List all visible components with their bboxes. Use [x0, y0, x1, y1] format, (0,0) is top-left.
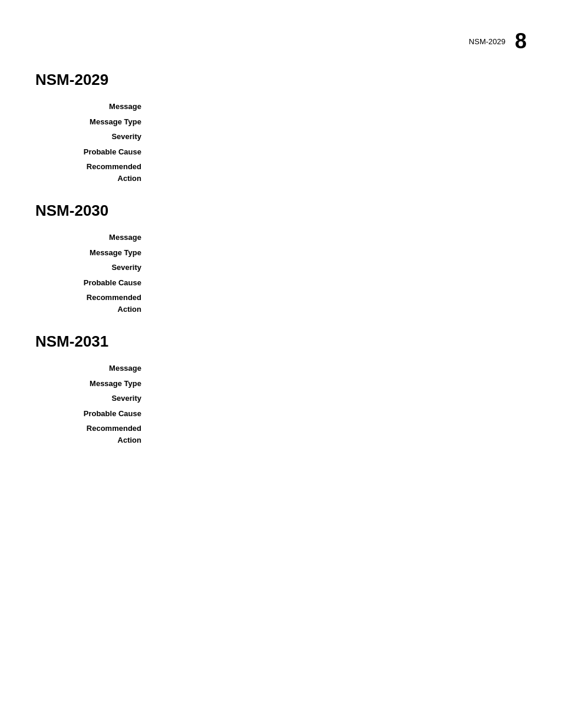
field-label-nsm-2030-4: RecommendedAction — [35, 292, 153, 315]
field-value-nsm-2029-2 — [153, 131, 527, 143]
field-value-nsm-2029-1 — [153, 116, 527, 128]
field-label-nsm-2030-3: Probable Cause — [35, 277, 153, 289]
field-label-nsm-2030-0: Message — [35, 232, 153, 243]
section-nsm-2031: NSM-2031MessageMessage TypeSeverityProba… — [35, 332, 527, 446]
section-nsm-2029: NSM-2029MessageMessage TypeSeverityProba… — [35, 71, 527, 184]
field-label-nsm-2030-2: Severity — [35, 262, 153, 274]
page-content: NSM-2029MessageMessage TypeSeverityProba… — [0, 0, 562, 499]
field-row-nsm-2029-3: Probable Cause — [35, 146, 527, 158]
field-label-nsm-2030-1: Message Type — [35, 247, 153, 259]
field-label-nsm-2029-1: Message Type — [35, 116, 153, 128]
section-title-nsm-2029: NSM-2029 — [35, 71, 527, 89]
page-header: NSM-2029 8 — [469, 31, 527, 52]
field-label-nsm-2029-0: Message — [35, 101, 153, 113]
field-value-nsm-2031-4 — [153, 423, 527, 446]
field-row-nsm-2029-4: RecommendedAction — [35, 161, 527, 184]
field-row-nsm-2029-0: Message — [35, 101, 527, 113]
field-row-nsm-2031-3: Probable Cause — [35, 408, 527, 420]
field-row-nsm-2030-3: Probable Cause — [35, 277, 527, 289]
field-value-nsm-2030-1 — [153, 247, 527, 259]
field-row-nsm-2031-0: Message — [35, 363, 527, 374]
section-title-nsm-2031: NSM-2031 — [35, 332, 527, 351]
field-label-nsm-2031-0: Message — [35, 363, 153, 374]
field-row-nsm-2031-2: Severity — [35, 393, 527, 404]
field-row-nsm-2029-1: Message Type — [35, 116, 527, 128]
header-page-number: 8 — [515, 31, 527, 52]
header-title: NSM-2029 — [469, 37, 505, 46]
section-nsm-2030: NSM-2030MessageMessage TypeSeverityProba… — [35, 202, 527, 315]
field-label-nsm-2031-4: RecommendedAction — [35, 423, 153, 446]
field-label-nsm-2029-2: Severity — [35, 131, 153, 143]
section-title-nsm-2030: NSM-2030 — [35, 202, 527, 220]
field-value-nsm-2031-2 — [153, 393, 527, 404]
field-label-nsm-2029-3: Probable Cause — [35, 146, 153, 158]
field-value-nsm-2030-3 — [153, 277, 527, 289]
field-value-nsm-2031-3 — [153, 408, 527, 420]
field-value-nsm-2029-0 — [153, 101, 527, 113]
field-row-nsm-2030-4: RecommendedAction — [35, 292, 527, 315]
field-label-nsm-2031-1: Message Type — [35, 378, 153, 390]
field-value-nsm-2030-4 — [153, 292, 527, 315]
field-label-nsm-2031-2: Severity — [35, 393, 153, 404]
field-row-nsm-2030-0: Message — [35, 232, 527, 243]
field-value-nsm-2029-3 — [153, 146, 527, 158]
field-row-nsm-2029-2: Severity — [35, 131, 527, 143]
field-row-nsm-2031-4: RecommendedAction — [35, 423, 527, 446]
field-row-nsm-2030-2: Severity — [35, 262, 527, 274]
field-value-nsm-2031-0 — [153, 363, 527, 374]
field-label-nsm-2029-4: RecommendedAction — [35, 161, 153, 184]
field-row-nsm-2030-1: Message Type — [35, 247, 527, 259]
field-value-nsm-2029-4 — [153, 161, 527, 184]
field-value-nsm-2030-2 — [153, 262, 527, 274]
field-value-nsm-2031-1 — [153, 378, 527, 390]
field-label-nsm-2031-3: Probable Cause — [35, 408, 153, 420]
field-row-nsm-2031-1: Message Type — [35, 378, 527, 390]
field-value-nsm-2030-0 — [153, 232, 527, 243]
sections-container: NSM-2029MessageMessage TypeSeverityProba… — [35, 71, 527, 446]
